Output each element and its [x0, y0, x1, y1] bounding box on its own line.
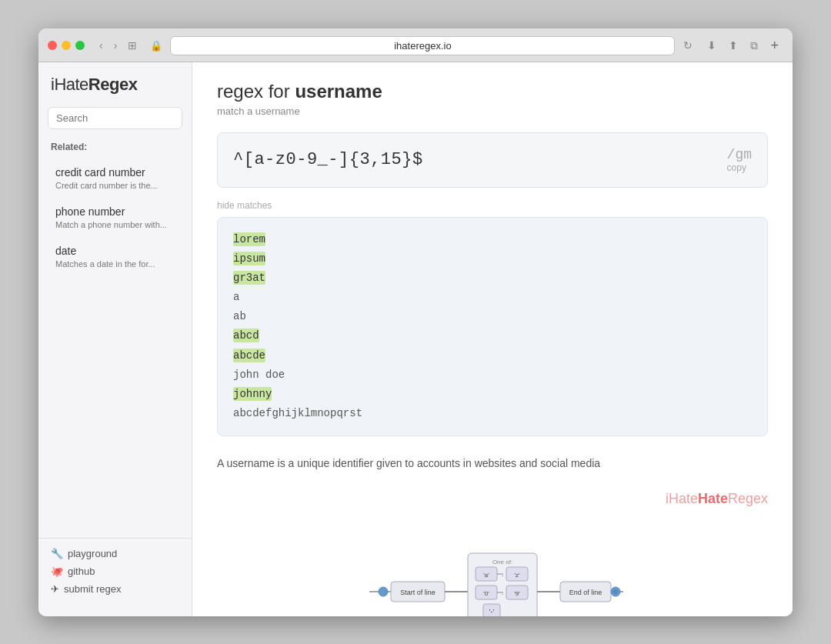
match-line-8: john doe	[233, 365, 752, 385]
github-link[interactable]: 🐙 github	[51, 566, 179, 577]
watermark-hate: Hate	[698, 491, 728, 506]
search-input[interactable]	[48, 107, 182, 129]
address-bar-container: 🔒 ihateregex.io ↻	[147, 36, 696, 55]
share-button[interactable]: ⬆	[724, 36, 743, 55]
svg-text:'a': 'a'	[483, 572, 489, 579]
match-line-5: ab	[233, 307, 752, 326]
description-text: A username is a unique identifier given …	[217, 455, 768, 472]
svg-text:'9': '9'	[514, 590, 520, 597]
match-word: ipsum	[233, 252, 265, 265]
refresh-button[interactable]: ↻	[679, 38, 696, 53]
related-item-phone[interactable]: phone number Match a phone number with..…	[43, 199, 187, 237]
maximize-button[interactable]	[75, 41, 85, 50]
flags-text: /gm	[727, 147, 752, 162]
diagram-svg: Start of line One of: 'a' - 'z' '0'	[362, 538, 623, 616]
no-match-text: abcdefghijklmnopqrst	[233, 407, 362, 419]
match-line-3: gr3at	[233, 269, 752, 288]
match-word: lorem	[233, 232, 265, 246]
new-tab-button[interactable]: +	[766, 36, 783, 55]
match-word: abcde	[233, 349, 265, 362]
download-button[interactable]: ⬇	[703, 36, 721, 55]
related-item-desc: Matches a date in the for...	[55, 259, 175, 270]
related-item-date[interactable]: date Matches a date in the for...	[43, 239, 187, 276]
related-item-desc: Match a phone number with...	[55, 219, 175, 231]
brand-watermark: iHateHateRegex	[217, 491, 768, 507]
traffic-lights	[48, 41, 85, 50]
sidebar-footer: 🔧 playground 🐙 github ✈ submit regex	[38, 538, 192, 604]
submit-icon: ✈	[51, 583, 59, 595]
watermark-suffix: Regex	[728, 491, 768, 506]
related-item-title: credit card number	[55, 166, 175, 179]
sidebar: iHateRegex Related: credit card number C…	[38, 62, 192, 616]
svg-text:End of line: End of line	[569, 589, 602, 596]
browser-actions: ⬇ ⬆ ⧉ +	[703, 36, 783, 55]
forward-button[interactable]: ›	[110, 38, 122, 53]
svg-text:'0': '0'	[483, 590, 489, 597]
browser-chrome: ‹ › ⊞ 🔒 ihateregex.io ↻ ⬇ ⬆ ⧉ +	[38, 28, 793, 62]
back-button[interactable]: ‹	[95, 38, 107, 53]
tab-overview-button[interactable]: ⊞	[124, 38, 141, 53]
logo-suffix: Regex	[88, 75, 138, 94]
hide-matches-button[interactable]: hide matches	[217, 200, 768, 211]
watermark-prefix: iHate	[666, 491, 698, 506]
tabs-button[interactable]: ⧉	[746, 36, 763, 55]
no-match-text: john doe	[233, 369, 285, 381]
address-bar[interactable]: ihateregex.io	[170, 36, 675, 55]
match-line-6: abcd	[233, 326, 752, 345]
match-word: abcd	[233, 329, 259, 342]
browser-window: ‹ › ⊞ 🔒 ihateregex.io ↻ ⬇ ⬆ ⧉ + iHateReg…	[38, 28, 793, 616]
logo: iHateRegex	[38, 75, 192, 107]
page-title: regex for username	[217, 81, 768, 102]
svg-text:-: -	[502, 572, 504, 579]
match-line-7: abcde	[233, 346, 752, 365]
svg-text:Start of line: Start of line	[400, 589, 436, 596]
browser-content: iHateRegex Related: credit card number C…	[38, 62, 793, 616]
matches-area: lorem ipsum gr3at a ab abcd abcde john d…	[217, 217, 768, 437]
regex-diagram: Start of line One of: 'a' - 'z' '0'	[217, 522, 768, 616]
github-label: github	[68, 566, 95, 577]
logo-prefix: iHate	[51, 75, 88, 94]
minimize-button[interactable]	[62, 41, 71, 50]
playground-link[interactable]: 🔧 playground	[51, 548, 179, 559]
lock-icon[interactable]: 🔒	[147, 37, 165, 55]
match-word: gr3at	[233, 271, 265, 285]
svg-text:-: -	[502, 590, 504, 597]
svg-text:One of:: One of:	[492, 559, 512, 566]
svg-point-1	[379, 587, 388, 596]
related-items: credit card number Credit card number is…	[38, 160, 192, 538]
main-content: regex for username match a username ^[a-…	[192, 62, 793, 616]
github-icon: 🐙	[51, 566, 63, 577]
related-label: Related:	[38, 142, 192, 160]
nav-buttons: ‹ › ⊞	[95, 38, 141, 53]
title-prefix: regex for	[217, 81, 295, 102]
match-line-9: johnny	[233, 385, 752, 404]
match-word: johnny	[233, 387, 272, 401]
svg-text:'z': 'z'	[514, 572, 520, 579]
submit-label: submit regex	[64, 583, 121, 595]
no-match-text: a	[233, 291, 239, 303]
related-item-title: phone number	[55, 205, 175, 218]
page-subtitle: match a username	[217, 105, 768, 117]
svg-text:'-': '-'	[489, 608, 495, 616]
related-item-credit-card[interactable]: credit card number Credit card number is…	[43, 160, 187, 198]
playground-label: playground	[68, 548, 117, 559]
svg-point-28	[613, 589, 618, 594]
match-line-4: a	[233, 288, 752, 307]
submit-regex-link[interactable]: ✈ submit regex	[51, 583, 179, 595]
match-line-10: abcdefghijklmnopqrst	[233, 404, 752, 423]
no-match-text: ab	[233, 310, 246, 322]
related-item-desc: Credit card number is the...	[55, 180, 175, 192]
close-button[interactable]	[48, 41, 57, 50]
playground-icon: 🔧	[51, 548, 63, 559]
match-line-1: lorem	[233, 230, 752, 249]
url-text: ihateregex.io	[394, 40, 451, 52]
match-line-2: ipsum	[233, 249, 752, 269]
regex-box: ^[a-z0-9_-]{3,15}$ /gm copy	[217, 132, 768, 188]
title-highlight: username	[295, 81, 382, 102]
related-item-title: date	[55, 245, 175, 257]
regex-pattern[interactable]: ^[a-z0-9_-]{3,15}$	[233, 150, 423, 169]
copy-button[interactable]: copy	[727, 162, 746, 173]
regex-flags-area: /gm copy	[727, 147, 752, 173]
